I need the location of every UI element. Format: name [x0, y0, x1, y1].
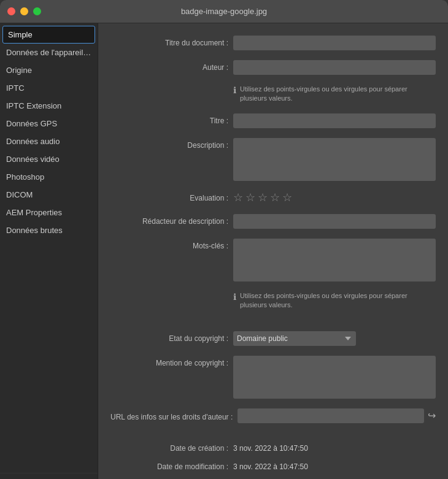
titre-label: Titre : — [110, 113, 233, 125]
mention-copyright-label: Mention de copyright : — [110, 356, 233, 367]
info-icon-2: ℹ — [233, 292, 236, 302]
description-textarea[interactable] — [233, 138, 436, 181]
redacteur-row: Rédacteur de description : — [110, 214, 436, 229]
modification-label: Date de modification : — [110, 462, 233, 471]
form-area: Titre du document : Auteur : ℹ Utilisez … — [98, 23, 448, 479]
star-1[interactable]: ☆ — [233, 191, 243, 204]
maximize-button[interactable] — [33, 7, 41, 15]
titre-input[interactable] — [233, 113, 436, 128]
mention-copyright-row: Mention de copyright : — [110, 356, 436, 399]
star-4[interactable]: ☆ — [270, 191, 280, 204]
sidebar-item-donnees-audio[interactable]: Données audio — [0, 132, 98, 150]
stars-container: ☆ ☆ ☆ ☆ ☆ — [233, 191, 292, 204]
close-button[interactable] — [7, 7, 15, 15]
sidebar-list: SimpleDonnées de l'appareil ...OrigineIP… — [0, 26, 98, 239]
auteur-hint-row: ℹ Utilisez des points-virgules ou des vi… — [233, 85, 436, 104]
motscles-hint-text: Utilisez des points-virgules ou des virg… — [240, 291, 436, 310]
mention-copyright-textarea[interactable] — [233, 356, 436, 399]
motscles-hint-row: ℹ Utilisez des points-virgules ou des vi… — [233, 291, 436, 310]
auteur-label: Auteur : — [110, 60, 233, 72]
info-icon-1: ℹ — [233, 85, 236, 95]
titre-document-input[interactable] — [233, 36, 436, 50]
creation-label: Date de création : — [110, 444, 233, 453]
sidebar-item-dicom[interactable]: DICOM — [0, 186, 98, 204]
minimize-button[interactable] — [20, 7, 28, 15]
motscles-textarea[interactable] — [233, 239, 436, 282]
modification-value: 3 nov. 2022 à 10:47:50 — [233, 462, 308, 471]
redacteur-input[interactable] — [233, 214, 436, 229]
sidebar-item-origine[interactable]: Origine — [0, 61, 98, 79]
titre-row: Titre : — [110, 113, 436, 128]
motscles-row: Mots-clés : — [110, 239, 436, 282]
url-row: URL des infos sur les droits d'auteur : … — [110, 408, 436, 423]
sidebar: SimpleDonnées de l'appareil ...OrigineIP… — [0, 23, 98, 479]
copyright-label: Etat du copyright : — [110, 331, 233, 343]
copyright-select[interactable]: Domaine public Protégé par le droit d'au… — [233, 331, 356, 346]
spacer-2 — [110, 433, 436, 438]
titre-document-row: Titre du document : — [110, 36, 436, 50]
sidebar-item-photoshop[interactable]: Photoshop — [0, 168, 98, 186]
auteur-input[interactable] — [233, 60, 436, 75]
modification-row: Date de modification : 3 nov. 2022 à 10:… — [110, 462, 436, 471]
sidebar-item-donnees-brutes[interactable]: Données brutes — [0, 221, 98, 239]
star-5[interactable]: ☆ — [282, 191, 292, 204]
sidebar-item-donnees-appareil[interactable]: Données de l'appareil ... — [0, 44, 98, 61]
creation-value: 3 nov. 2022 à 10:47:50 — [233, 444, 308, 453]
sidebar-item-donnees-gps[interactable]: Données GPS — [0, 115, 98, 132]
content-area: SimpleDonnées de l'appareil ...OrigineIP… — [0, 23, 448, 479]
redacteur-label: Rédacteur de description : — [110, 214, 233, 226]
description-label: Description : — [110, 138, 233, 150]
main-window: badge-image-google.jpg SimpleDonnées de … — [0, 0, 448, 479]
url-input[interactable] — [238, 408, 424, 423]
motscles-label: Mots-clés : — [110, 239, 233, 250]
star-3[interactable]: ☆ — [258, 191, 268, 204]
auteur-row: Auteur : — [110, 60, 436, 75]
titre-document-label: Titre du document : — [110, 36, 233, 47]
sidebar-item-iptc-extension[interactable]: IPTC Extension — [0, 97, 98, 115]
url-arrow-icon[interactable]: ↪ — [428, 410, 436, 421]
spacer-1 — [110, 320, 436, 325]
sidebar-footer: Powered By xmp — [0, 473, 98, 479]
star-2[interactable]: ☆ — [245, 191, 255, 204]
description-row: Description : — [110, 138, 436, 181]
sidebar-item-donnees-video[interactable]: Données vidéo — [0, 150, 98, 168]
window-title: badge-image-google.jpg — [181, 7, 267, 16]
creation-row: Date de création : 3 nov. 2022 à 10:47:5… — [110, 444, 436, 453]
evaluation-row: Evaluation : ☆ ☆ ☆ ☆ ☆ — [110, 191, 436, 204]
copyright-row: Etat du copyright : Domaine public Proté… — [110, 331, 436, 346]
sidebar-item-aem-properties[interactable]: AEM Properties — [0, 204, 98, 221]
evaluation-label: Evaluation : — [110, 191, 233, 202]
titlebar: badge-image-google.jpg — [0, 0, 448, 23]
window-controls — [7, 7, 41, 15]
sidebar-item-simple[interactable]: Simple — [2, 26, 95, 44]
url-label: URL des infos sur les droits d'auteur : — [110, 410, 238, 421]
auteur-hint-text: Utilisez des points-virgules ou des virg… — [240, 85, 436, 104]
sidebar-item-iptc[interactable]: IPTC — [0, 79, 98, 97]
